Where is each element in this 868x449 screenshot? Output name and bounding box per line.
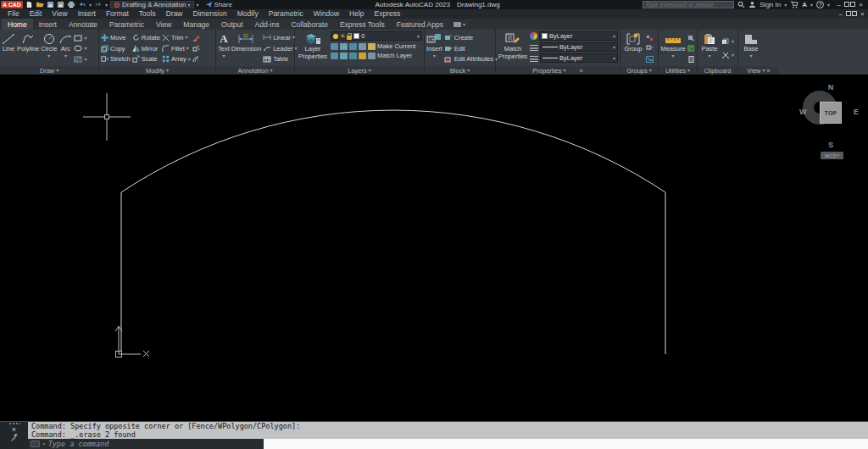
circle-caret-icon[interactable]: ▾	[47, 53, 50, 58]
tab-express-tools[interactable]: Express Tools	[334, 19, 391, 30]
sign-in-label[interactable]: Sign In	[760, 1, 781, 8]
base-button[interactable]: Base ▾	[740, 30, 762, 66]
layer-walk-icon[interactable]	[359, 53, 366, 59]
array-button[interactable]: Array▾	[162, 55, 191, 63]
workspace-switcher[interactable]: Drafting & Annotation ▾	[110, 1, 194, 8]
draw-panel-footer[interactable]: Draw ▾	[0, 66, 98, 75]
cut-clip-button[interactable]: ▾	[721, 52, 734, 58]
new-file-icon[interactable]	[25, 1, 33, 8]
stretch-button[interactable]: Stretch	[101, 55, 131, 63]
quick-select-button[interactable]	[687, 35, 695, 42]
cart-icon[interactable]	[790, 1, 798, 8]
insert-button[interactable]: Insert ▾	[426, 30, 442, 66]
linetype-select[interactable]: ByLayer ▾	[540, 53, 618, 63]
fillet-button[interactable]: Fillet▾	[162, 45, 191, 53]
menu-window[interactable]: Window	[309, 9, 344, 19]
help-search-input[interactable]	[643, 1, 734, 8]
offset-button[interactable]	[192, 56, 201, 63]
tab-annotate[interactable]: Annotate	[63, 19, 103, 30]
undo-caret-icon[interactable]: ▾	[89, 3, 92, 8]
menu-help[interactable]: Help	[344, 9, 369, 19]
layer-unlock-icon[interactable]	[347, 36, 352, 40]
group-edit-button[interactable]	[646, 45, 654, 52]
menu-express[interactable]: Express	[370, 9, 406, 19]
leader-button[interactable]: Leader▾	[263, 45, 297, 53]
scale-button[interactable]: Scale	[132, 55, 160, 63]
modify-panel-footer[interactable]: Modify ▾	[99, 66, 215, 75]
group-selection-toggle[interactable]	[646, 56, 654, 63]
explode-button[interactable]	[192, 45, 201, 52]
make-current-icon[interactable]	[368, 43, 376, 50]
annotation-panel-footer[interactable]: Annotation ▾	[216, 66, 294, 75]
tab-home[interactable]: Home	[2, 19, 33, 30]
command-history[interactable]: Command: Specify opposite corner or [Fen…	[28, 422, 868, 439]
search-icon[interactable]	[737, 1, 745, 8]
line-button[interactable]: Line	[2, 30, 15, 66]
layer-freeze-icon[interactable]	[349, 43, 357, 50]
match-properties-button[interactable]: Match Properties	[498, 30, 528, 66]
layer-isolate-icon[interactable]	[340, 43, 348, 50]
arc-button[interactable]: Arc ▾	[58, 30, 72, 66]
measure-caret-icon[interactable]: ▾	[671, 53, 674, 58]
tab-featured-apps[interactable]: Featured Apps	[391, 19, 449, 30]
menu-format[interactable]: Format	[101, 9, 134, 19]
tab-output[interactable]: Output	[215, 19, 249, 30]
redo-icon[interactable]	[94, 1, 103, 8]
paste-caret-icon[interactable]: ▾	[708, 53, 710, 58]
trim-button[interactable]: Trim▾	[162, 34, 191, 42]
viewcube-west[interactable]: W	[799, 108, 807, 116]
tab-add-ins[interactable]: Add-ins	[249, 19, 286, 30]
linetype-icon[interactable]	[530, 55, 538, 62]
menu-edit[interactable]: Edit	[25, 9, 47, 19]
tab-insert[interactable]: Insert	[33, 19, 63, 30]
erase-button[interactable]	[192, 35, 201, 42]
menu-insert[interactable]: Insert	[73, 9, 101, 19]
text-caret-icon[interactable]: ▾	[222, 53, 225, 58]
layer-properties-button[interactable]: Layer Properties	[297, 30, 329, 66]
qat-customize-icon[interactable]: ▾	[197, 3, 199, 8]
measure-button[interactable]: Measure ▾	[660, 30, 686, 66]
viewcube-top-face[interactable]: TOP	[820, 102, 842, 124]
menu-draw[interactable]: Draw	[161, 9, 188, 19]
menu-view[interactable]: View	[47, 9, 72, 19]
properties-panel-footer[interactable]: Properties ▾ »	[496, 66, 620, 75]
arc-caret-icon[interactable]: ▾	[64, 53, 67, 58]
layer-select-caret-icon[interactable]: ▾	[417, 34, 420, 39]
block-edit-button[interactable]: Edit	[444, 45, 498, 53]
rotate-button[interactable]: Rotate	[132, 34, 160, 42]
viewcube-east[interactable]: E	[854, 108, 859, 116]
redo-caret-icon[interactable]: ▾	[105, 3, 108, 8]
doc-minimize-button[interactable]: –	[835, 9, 846, 19]
help-icon[interactable]: ?	[816, 1, 824, 8]
insert-caret-icon[interactable]: ▾	[433, 53, 436, 58]
layer-on-icon[interactable]	[333, 34, 338, 39]
copy-clip-button[interactable]: ▾	[721, 38, 734, 45]
viewcube[interactable]: N S W E TOP WCS ▾	[797, 80, 865, 158]
app-store-icon[interactable]: A	[802, 1, 807, 8]
text-button[interactable]: A Text ▾	[218, 30, 230, 66]
tab-collaborate[interactable]: Collaborate	[285, 19, 333, 30]
tab-manage[interactable]: Manage	[177, 19, 215, 30]
command-prompt-caret-icon[interactable]: ▾	[42, 441, 46, 446]
menu-parametric[interactable]: Parametric	[264, 9, 309, 19]
layer-lock-icon[interactable]	[359, 43, 366, 50]
base-caret-icon[interactable]: ▾	[749, 53, 752, 58]
view-overflow-icon[interactable]: »	[766, 67, 770, 75]
id-point-button[interactable]	[687, 56, 695, 63]
layer-thaw-icon[interactable]: ☀	[340, 33, 345, 39]
object-color-select[interactable]: ByLayer ▾	[539, 31, 618, 41]
app-store-caret-icon[interactable]: ▾	[810, 3, 813, 8]
make-current-label[interactable]: Make Current	[377, 42, 415, 50]
match-layer-icon[interactable]	[368, 53, 376, 59]
move-button[interactable]: Move	[101, 34, 131, 42]
doc-close-button[interactable]: ×	[857, 9, 868, 19]
match-layer-label[interactable]: Match Layer	[377, 52, 412, 59]
doc-restore-button[interactable]	[846, 9, 857, 19]
block-create-button[interactable]: Create	[444, 34, 498, 42]
arch-top-curve[interactable]	[121, 110, 665, 192]
ellipse-button[interactable]: ▾	[74, 45, 86, 52]
layer-unlock-all-icon[interactable]	[349, 53, 357, 59]
customize-wrench-icon[interactable]	[10, 434, 19, 442]
rectangle-button[interactable]: ▾	[74, 35, 86, 42]
menu-modify[interactable]: Modify	[232, 9, 264, 19]
